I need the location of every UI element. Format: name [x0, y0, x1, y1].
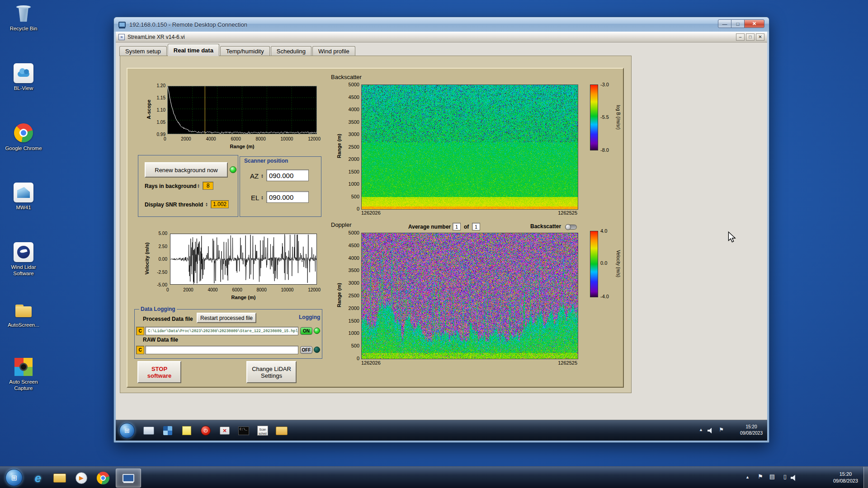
tick-label: 8000 — [257, 287, 267, 292]
stop-software-line1: STOP — [151, 366, 167, 372]
tick-label: 3500 — [349, 267, 359, 273]
tick-label: 4000 — [208, 287, 217, 292]
tick-label: 1500 — [349, 318, 359, 324]
tab-scheduling[interactable]: Scheduling — [271, 46, 311, 56]
vi-minimize-button[interactable]: – — [736, 33, 745, 41]
tab-temp-humidity[interactable]: Temp/humidity — [220, 46, 270, 56]
rays-in-background-label: Rays in background — [145, 183, 197, 189]
raw-drive-box[interactable]: C — [136, 346, 144, 354]
host-start-button[interactable]: ⊞ — [5, 469, 23, 486]
processed-logging-on-button[interactable]: ON — [300, 327, 312, 335]
remote-start-button[interactable]: ⊞ — [119, 423, 135, 438]
desktop-icon-auto-screen-capture[interactable]: Auto Screen Capture — [3, 357, 44, 392]
backscatter-cb-tick-min: -8.0 — [600, 147, 609, 153]
host-taskbar-ie-icon[interactable]: e — [28, 469, 48, 488]
host-taskbar-rdp-icon-active[interactable] — [116, 469, 141, 488]
rdp-titlebar[interactable]: 192.168.0.150 - Remote Desktop Connectio… — [114, 17, 769, 32]
tick-label: 4500 — [349, 243, 359, 248]
vi-titlebar[interactable]: ≈ StreamLine XR v14-6.vi – □ ✕ — [116, 32, 767, 42]
host-tray-display-icon[interactable]: ▤ — [769, 473, 775, 480]
desktop-icon-bl-view[interactable]: BL-View — [3, 63, 44, 91]
tick-label: 4500 — [349, 94, 359, 100]
az-spinner[interactable]: ▲▼ — [261, 170, 265, 182]
velocity-x-ticks: 020004000600080001000012000 — [166, 287, 321, 292]
host-tray-up-arrow[interactable]: ▲ — [745, 475, 750, 479]
el-field[interactable]: 090.000 — [266, 191, 309, 203]
host-taskbar-wmp-icon[interactable]: ▶ — [71, 469, 91, 488]
el-spinner[interactable]: ▲▼ — [261, 192, 265, 204]
ascope-plot — [167, 86, 317, 134]
host-taskbar-explorer-icon[interactable] — [50, 469, 70, 488]
tick-label: 8000 — [256, 136, 266, 141]
average-number-field[interactable]: 1 — [453, 223, 461, 230]
remote-volume-icon[interactable] — [708, 427, 714, 434]
processed-drive-box[interactable]: C — [136, 327, 144, 335]
average-of-field[interactable]: 1 — [472, 223, 480, 230]
tick-label: 0.00 — [159, 257, 167, 262]
tab-wind-profile[interactable]: Wind profile — [312, 46, 355, 56]
tick-label: 6000 — [231, 136, 241, 141]
desktop-icon-wind-lidar-software[interactable]: Wind Lidar Software — [3, 242, 44, 277]
tick-label: 1.20 — [157, 83, 165, 88]
backscatter-toggle[interactable] — [565, 225, 577, 230]
scanner-position-title: Scanner position — [243, 158, 289, 164]
remote-tray-up-arrow[interactable]: ▲ — [699, 427, 703, 432]
host-tray-volume-icon[interactable] — [791, 474, 797, 481]
remote-taskbar-libraries-icon[interactable] — [140, 422, 157, 439]
processed-path-field[interactable]: C:\Lidar\Data\Proc\2023\202308\20230809\… — [145, 327, 298, 335]
tab-real-time-data[interactable]: Real time data — [168, 44, 219, 56]
restart-processed-file-button[interactable]: Restart processed file — [197, 313, 256, 323]
remote-taskbar-terminal-icon[interactable]: C:\_ — [235, 422, 252, 439]
host-tray-battery-icon[interactable]: ▯ — [783, 473, 787, 480]
average-of-label: of — [464, 224, 469, 230]
remote-taskbar-folder-icon[interactable] — [273, 422, 290, 439]
remote-taskbar-power-icon[interactable]: ⏻ — [197, 422, 214, 439]
tab-bar: System setup Real time data Temp/humidit… — [119, 43, 356, 56]
az-field[interactable]: 090.000 — [266, 169, 309, 181]
remote-taskbar-apps-grid-icon[interactable] — [159, 422, 176, 439]
renew-background-button[interactable]: Renew background now — [145, 162, 228, 178]
raw-logging-off-button[interactable]: OFF — [300, 346, 312, 354]
change-lidar-settings-button[interactable]: Change LiDAR Settings — [246, 361, 297, 383]
remote-flag-icon[interactable]: ⚑ — [719, 427, 724, 433]
rays-spinner[interactable]: ▲▼ — [197, 182, 201, 190]
remote-time: 15:20 — [740, 424, 763, 430]
folder-icon — [14, 300, 33, 320]
tick-label: 3000 — [349, 280, 359, 286]
rdp-close-button[interactable]: ✕ — [744, 19, 764, 28]
change-lidar-line2: Settings — [261, 372, 282, 379]
rays-in-background-field[interactable]: 8 — [203, 182, 213, 190]
remote-taskbar-scan-sched-icon[interactable]: Scansched — [254, 422, 271, 439]
tick-label: 500 — [351, 194, 359, 199]
vi-close-button[interactable]: ✕ — [756, 33, 764, 41]
vi-maximize-button[interactable]: □ — [746, 33, 755, 41]
desktop-icon-google-chrome[interactable]: Google Chrome — [3, 123, 44, 151]
remote-taskbar-close-window-icon[interactable]: ✕ — [216, 422, 233, 439]
stop-software-button[interactable]: STOP software — [137, 361, 181, 383]
tick-label: 10000 — [281, 287, 294, 292]
snr-threshold-field[interactable]: 1.002 — [211, 200, 229, 208]
doppler-title: Doppler — [331, 221, 352, 228]
snr-spinner[interactable]: ▲▼ — [205, 201, 209, 209]
renew-background-led — [230, 166, 236, 173]
desktop-icon-autoscreen-folder[interactable]: AutoScreen... — [3, 300, 44, 328]
remote-taskbar-notes-icon[interactable] — [178, 422, 195, 439]
rdp-window-title: 192.168.0.150 - Remote Desktop Connectio… — [129, 21, 247, 28]
tick-label: 12000 — [308, 287, 321, 292]
raw-path-field[interactable] — [145, 346, 298, 354]
el-label: EL — [251, 194, 259, 202]
host-taskbar-chrome-icon[interactable] — [93, 469, 113, 488]
rdp-maximize-button[interactable]: □ — [731, 19, 745, 28]
show-desktop-button[interactable] — [863, 467, 868, 488]
tick-label: 5000 — [349, 82, 359, 87]
desktop-icon-mw41[interactable]: MW41 — [3, 183, 44, 211]
tick-label: 5.00 — [159, 231, 167, 236]
host-tray-flag-icon[interactable]: ⚑ — [758, 473, 763, 480]
rdp-window: 192.168.0.150 - Remote Desktop Connectio… — [113, 17, 769, 443]
rdp-minimize-button[interactable]: — — [718, 19, 731, 28]
desktop-icon-recycle-bin[interactable]: Recycle Bin — [3, 4, 44, 32]
tab-system-setup[interactable]: System setup — [119, 46, 167, 56]
real-time-data-page: A-scope 1.201.151.101.050.99 02000400060… — [120, 56, 632, 393]
remote-clock[interactable]: 15:20 09/08/2023 — [740, 424, 763, 436]
host-clock[interactable]: 15:20 09/08/2023 — [833, 471, 858, 484]
